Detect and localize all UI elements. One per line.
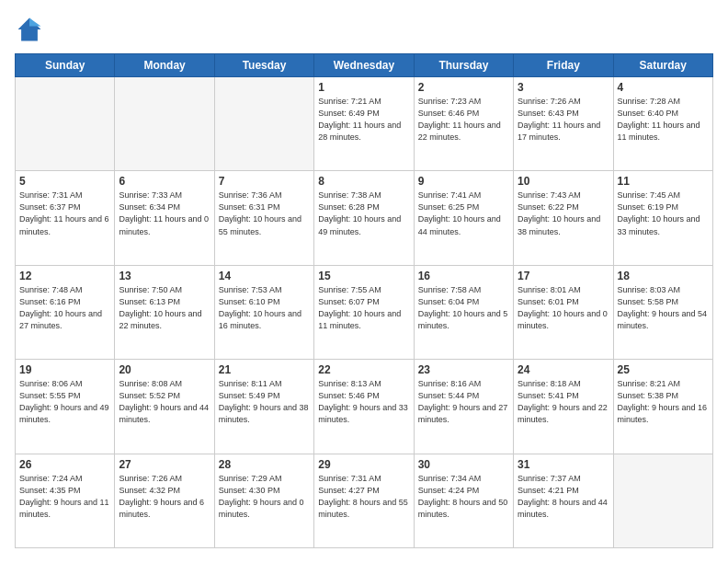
day-number: 29 (318, 458, 409, 471)
day-number: 30 (418, 458, 509, 471)
day-number: 25 (618, 363, 709, 376)
day-info: Sunrise: 8:08 AM Sunset: 5:52 PM Dayligh… (119, 378, 210, 426)
weekday-header-cell: Thursday (414, 54, 513, 77)
day-info: Sunrise: 7:50 AM Sunset: 6:13 PM Dayligh… (119, 284, 210, 332)
calendar-day-cell: 6Sunrise: 7:33 AM Sunset: 6:34 PM Daylig… (115, 171, 214, 265)
day-info: Sunrise: 8:01 AM Sunset: 6:01 PM Dayligh… (518, 284, 609, 332)
day-info: Sunrise: 7:41 AM Sunset: 6:25 PM Dayligh… (418, 190, 509, 237)
day-info: Sunrise: 7:36 AM Sunset: 6:31 PM Dayligh… (219, 190, 310, 237)
calendar-body: 1Sunrise: 7:21 AM Sunset: 6:49 PM Daylig… (16, 77, 713, 548)
header (15, 15, 713, 44)
day-info: Sunrise: 8:13 AM Sunset: 5:46 PM Dayligh… (318, 378, 409, 426)
day-info: Sunrise: 7:55 AM Sunset: 6:07 PM Dayligh… (318, 284, 409, 332)
weekday-header-cell: Friday (514, 54, 613, 77)
day-info: Sunrise: 8:21 AM Sunset: 5:38 PM Dayligh… (618, 378, 709, 426)
calendar-week-row: 26Sunrise: 7:24 AM Sunset: 4:35 PM Dayli… (16, 454, 713, 547)
day-number: 7 (219, 175, 310, 188)
day-info: Sunrise: 7:45 AM Sunset: 6:19 PM Dayligh… (618, 190, 709, 237)
calendar-day-cell: 5Sunrise: 7:31 AM Sunset: 6:37 PM Daylig… (16, 171, 115, 265)
day-number: 17 (518, 270, 609, 282)
day-number: 13 (119, 270, 210, 282)
calendar-day-cell: 1Sunrise: 7:21 AM Sunset: 6:49 PM Daylig… (314, 77, 414, 171)
logo (15, 15, 48, 44)
calendar-day-cell: 29Sunrise: 7:31 AM Sunset: 4:27 PM Dayli… (314, 454, 414, 547)
calendar-day-cell (214, 77, 313, 171)
day-number: 5 (19, 175, 110, 188)
day-number: 2 (418, 81, 509, 94)
day-info: Sunrise: 7:21 AM Sunset: 6:49 PM Dayligh… (318, 96, 409, 144)
day-info: Sunrise: 7:31 AM Sunset: 4:27 PM Dayligh… (318, 473, 409, 521)
calendar-day-cell: 20Sunrise: 8:08 AM Sunset: 5:52 PM Dayli… (115, 360, 214, 454)
day-number: 26 (19, 458, 110, 471)
day-number: 6 (119, 175, 210, 188)
calendar-day-cell (16, 77, 115, 171)
day-number: 21 (219, 363, 310, 376)
calendar-day-cell: 27Sunrise: 7:26 AM Sunset: 4:32 PM Dayli… (115, 454, 214, 547)
calendar-day-cell: 7Sunrise: 7:36 AM Sunset: 6:31 PM Daylig… (214, 171, 313, 265)
calendar-week-row: 5Sunrise: 7:31 AM Sunset: 6:37 PM Daylig… (16, 171, 713, 265)
calendar-day-cell: 31Sunrise: 7:37 AM Sunset: 4:21 PM Dayli… (514, 454, 613, 547)
calendar-table: SundayMondayTuesdayWednesdayThursdayFrid… (15, 53, 713, 548)
calendar-day-cell: 28Sunrise: 7:29 AM Sunset: 4:30 PM Dayli… (214, 454, 313, 547)
calendar-day-cell (115, 77, 214, 171)
day-number: 19 (19, 363, 110, 376)
day-info: Sunrise: 7:31 AM Sunset: 6:37 PM Dayligh… (19, 190, 110, 237)
weekday-header-cell: Monday (115, 54, 214, 77)
calendar-day-cell: 26Sunrise: 7:24 AM Sunset: 4:35 PM Dayli… (16, 454, 115, 547)
calendar-day-cell: 24Sunrise: 8:18 AM Sunset: 5:41 PM Dayli… (514, 360, 613, 454)
day-info: Sunrise: 7:26 AM Sunset: 4:32 PM Dayligh… (119, 473, 210, 521)
calendar-day-cell: 8Sunrise: 7:38 AM Sunset: 6:28 PM Daylig… (314, 171, 414, 265)
day-number: 1 (318, 81, 409, 94)
calendar-day-cell: 23Sunrise: 8:16 AM Sunset: 5:44 PM Dayli… (414, 360, 513, 454)
day-info: Sunrise: 7:58 AM Sunset: 6:04 PM Dayligh… (418, 284, 509, 332)
calendar-day-cell: 22Sunrise: 8:13 AM Sunset: 5:46 PM Dayli… (314, 360, 414, 454)
calendar-day-cell: 4Sunrise: 7:28 AM Sunset: 6:40 PM Daylig… (613, 77, 712, 171)
calendar-day-cell: 19Sunrise: 8:06 AM Sunset: 5:55 PM Dayli… (16, 360, 115, 454)
calendar-day-cell: 12Sunrise: 7:48 AM Sunset: 6:16 PM Dayli… (16, 265, 115, 359)
day-info: Sunrise: 7:38 AM Sunset: 6:28 PM Dayligh… (318, 190, 409, 237)
day-number: 4 (618, 81, 709, 94)
day-number: 14 (219, 270, 310, 282)
weekday-header-cell: Tuesday (214, 54, 313, 77)
day-number: 27 (119, 458, 210, 471)
weekday-header-cell: Sunday (16, 54, 115, 77)
calendar-day-cell: 25Sunrise: 8:21 AM Sunset: 5:38 PM Dayli… (613, 360, 712, 454)
day-info: Sunrise: 8:11 AM Sunset: 5:49 PM Dayligh… (219, 378, 310, 426)
calendar-page: SundayMondayTuesdayWednesdayThursdayFrid… (0, 0, 728, 563)
calendar-day-cell: 17Sunrise: 8:01 AM Sunset: 6:01 PM Dayli… (514, 265, 613, 359)
day-number: 28 (219, 458, 310, 471)
day-info: Sunrise: 7:24 AM Sunset: 4:35 PM Dayligh… (19, 473, 110, 521)
svg-marker-1 (29, 18, 40, 27)
calendar-day-cell (613, 454, 712, 547)
day-number: 9 (418, 175, 509, 188)
day-info: Sunrise: 7:33 AM Sunset: 6:34 PM Dayligh… (119, 190, 210, 237)
day-number: 10 (518, 175, 609, 188)
weekday-header-row: SundayMondayTuesdayWednesdayThursdayFrid… (16, 54, 713, 77)
day-number: 31 (518, 458, 609, 471)
day-info: Sunrise: 7:29 AM Sunset: 4:30 PM Dayligh… (219, 473, 310, 521)
weekday-header-cell: Wednesday (314, 54, 414, 77)
day-info: Sunrise: 7:26 AM Sunset: 6:43 PM Dayligh… (518, 96, 609, 144)
calendar-day-cell: 30Sunrise: 7:34 AM Sunset: 4:24 PM Dayli… (414, 454, 513, 547)
calendar-day-cell: 11Sunrise: 7:45 AM Sunset: 6:19 PM Dayli… (613, 171, 712, 265)
calendar-day-cell: 21Sunrise: 8:11 AM Sunset: 5:49 PM Dayli… (214, 360, 313, 454)
day-info: Sunrise: 7:43 AM Sunset: 6:22 PM Dayligh… (518, 190, 609, 237)
day-number: 12 (19, 270, 110, 282)
day-number: 11 (618, 175, 709, 188)
calendar-day-cell: 14Sunrise: 7:53 AM Sunset: 6:10 PM Dayli… (214, 265, 313, 359)
day-number: 20 (119, 363, 210, 376)
calendar-day-cell: 15Sunrise: 7:55 AM Sunset: 6:07 PM Dayli… (314, 265, 414, 359)
day-number: 22 (318, 363, 409, 376)
calendar-week-row: 12Sunrise: 7:48 AM Sunset: 6:16 PM Dayli… (16, 265, 713, 359)
day-number: 16 (418, 270, 509, 282)
day-info: Sunrise: 7:53 AM Sunset: 6:10 PM Dayligh… (219, 284, 310, 332)
day-info: Sunrise: 7:48 AM Sunset: 6:16 PM Dayligh… (19, 284, 110, 332)
calendar-day-cell: 3Sunrise: 7:26 AM Sunset: 6:43 PM Daylig… (514, 77, 613, 171)
calendar-day-cell: 9Sunrise: 7:41 AM Sunset: 6:25 PM Daylig… (414, 171, 513, 265)
calendar-week-row: 1Sunrise: 7:21 AM Sunset: 6:49 PM Daylig… (16, 77, 713, 171)
day-number: 18 (618, 270, 709, 282)
logo-icon (15, 15, 44, 44)
day-number: 24 (518, 363, 609, 376)
calendar-day-cell: 10Sunrise: 7:43 AM Sunset: 6:22 PM Dayli… (514, 171, 613, 265)
calendar-week-row: 19Sunrise: 8:06 AM Sunset: 5:55 PM Dayli… (16, 360, 713, 454)
